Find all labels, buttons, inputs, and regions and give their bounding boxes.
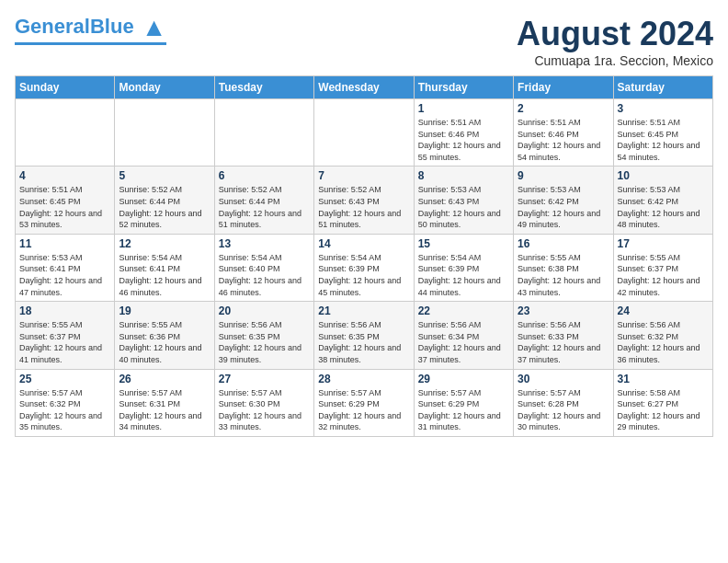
day-number: 2: [518, 102, 609, 115]
calendar-cell-w5-d5: 29Sunrise: 5:57 AMSunset: 6:29 PMDayligh…: [414, 369, 513, 436]
logo-text: GeneralBlue ▲: [15, 15, 166, 40]
calendar-cell-w5-d6: 30Sunrise: 5:57 AMSunset: 6:28 PMDayligh…: [514, 369, 613, 436]
calendar-cell-w1-d5: 1Sunrise: 5:51 AMSunset: 6:46 PMDaylight…: [414, 99, 513, 167]
day-number: 12: [119, 237, 210, 250]
month-title: August 2024: [517, 15, 713, 53]
day-number: 14: [318, 237, 409, 250]
day-detail: Sunrise: 5:52 AMSunset: 6:44 PMDaylight:…: [219, 184, 310, 230]
day-number: 11: [19, 237, 110, 250]
day-number: 28: [318, 373, 409, 385]
day-number: 23: [518, 304, 609, 317]
day-detail: Sunrise: 5:57 AMSunset: 6:29 PMDaylight:…: [318, 387, 409, 433]
day-number: 24: [618, 304, 709, 317]
calendar-cell-w1-d3: [214, 99, 313, 167]
calendar-cell-w1-d1: [16, 99, 115, 167]
calendar-cell-w3-d2: 12Sunrise: 5:54 AMSunset: 6:41 PMDayligh…: [115, 234, 214, 301]
calendar-cell-w3-d1: 11Sunrise: 5:53 AMSunset: 6:41 PMDayligh…: [16, 234, 115, 301]
calendar-cell-w4-d7: 24Sunrise: 5:56 AMSunset: 6:32 PMDayligh…: [613, 302, 712, 369]
day-number: 27: [219, 373, 310, 385]
day-detail: Sunrise: 5:57 AMSunset: 6:30 PMDaylight:…: [219, 387, 310, 433]
day-number: 16: [518, 237, 609, 250]
title-section: August 2024 Cumuapa 1ra. Seccion, Mexico: [517, 15, 713, 68]
day-number: 3: [618, 102, 709, 115]
day-number: 18: [19, 304, 110, 317]
day-detail: Sunrise: 5:56 AMSunset: 6:35 PMDaylight:…: [318, 319, 409, 365]
day-detail: Sunrise: 5:57 AMSunset: 6:28 PMDaylight:…: [518, 387, 609, 433]
day-detail: Sunrise: 5:56 AMSunset: 6:33 PMDaylight:…: [518, 319, 609, 365]
day-number: 8: [418, 169, 509, 182]
day-number: 1: [418, 102, 509, 115]
day-detail: Sunrise: 5:54 AMSunset: 6:40 PMDaylight:…: [219, 252, 310, 298]
day-detail: Sunrise: 5:56 AMSunset: 6:34 PMDaylight:…: [418, 319, 509, 365]
day-number: 30: [518, 373, 609, 385]
col-tuesday: Tuesday: [214, 76, 313, 99]
col-thursday: Thursday: [414, 76, 513, 99]
calendar-cell-w2-d2: 5Sunrise: 5:52 AMSunset: 6:44 PMDaylight…: [115, 167, 214, 234]
logo: GeneralBlue ▲: [15, 15, 166, 45]
calendar-cell-w3-d3: 13Sunrise: 5:54 AMSunset: 6:40 PMDayligh…: [214, 234, 313, 301]
day-detail: Sunrise: 5:56 AMSunset: 6:32 PMDaylight:…: [618, 319, 709, 365]
day-number: 20: [219, 304, 310, 317]
col-wednesday: Wednesday: [314, 76, 414, 99]
location-subtitle: Cumuapa 1ra. Seccion, Mexico: [517, 53, 713, 68]
calendar-week-4: 18Sunrise: 5:55 AMSunset: 6:37 PMDayligh…: [16, 302, 713, 369]
calendar-week-2: 4Sunrise: 5:51 AMSunset: 6:45 PMDaylight…: [16, 167, 713, 234]
calendar-cell-w1-d2: [115, 99, 214, 167]
calendar-week-3: 11Sunrise: 5:53 AMSunset: 6:41 PMDayligh…: [16, 234, 713, 301]
day-number: 10: [618, 169, 709, 182]
calendar-cell-w5-d2: 26Sunrise: 5:57 AMSunset: 6:31 PMDayligh…: [115, 369, 214, 436]
calendar-cell-w3-d6: 16Sunrise: 5:55 AMSunset: 6:38 PMDayligh…: [514, 234, 613, 301]
col-sunday: Sunday: [16, 76, 115, 99]
page-header: GeneralBlue ▲ August 2024 Cumuapa 1ra. S…: [15, 15, 713, 68]
calendar-cell-w4-d6: 23Sunrise: 5:56 AMSunset: 6:33 PMDayligh…: [514, 302, 613, 369]
day-detail: Sunrise: 5:52 AMSunset: 6:43 PMDaylight:…: [318, 184, 409, 230]
day-number: 13: [219, 237, 310, 250]
day-detail: Sunrise: 5:57 AMSunset: 6:29 PMDaylight:…: [418, 387, 509, 433]
day-detail: Sunrise: 5:55 AMSunset: 6:37 PMDaylight:…: [618, 252, 709, 298]
calendar-cell-w5-d3: 27Sunrise: 5:57 AMSunset: 6:30 PMDayligh…: [214, 369, 313, 436]
day-number: 21: [318, 304, 409, 317]
calendar-cell-w2-d6: 9Sunrise: 5:53 AMSunset: 6:42 PMDaylight…: [514, 167, 613, 234]
day-number: 17: [618, 237, 709, 250]
day-number: 7: [318, 169, 409, 182]
day-detail: Sunrise: 5:57 AMSunset: 6:31 PMDaylight:…: [119, 387, 210, 433]
day-detail: Sunrise: 5:58 AMSunset: 6:27 PMDaylight:…: [618, 387, 709, 433]
logo-icon: ▲: [142, 13, 167, 41]
day-detail: Sunrise: 5:53 AMSunset: 6:41 PMDaylight:…: [19, 252, 110, 298]
calendar-week-5: 25Sunrise: 5:57 AMSunset: 6:32 PMDayligh…: [16, 369, 713, 436]
day-number: 15: [418, 237, 509, 250]
day-number: 26: [119, 373, 210, 385]
day-detail: Sunrise: 5:54 AMSunset: 6:39 PMDaylight:…: [318, 252, 409, 298]
day-detail: Sunrise: 5:56 AMSunset: 6:35 PMDaylight:…: [219, 319, 310, 365]
day-number: 9: [518, 169, 609, 182]
day-number: 25: [19, 373, 110, 385]
day-number: 22: [418, 304, 509, 317]
day-detail: Sunrise: 5:53 AMSunset: 6:42 PMDaylight:…: [518, 184, 609, 230]
calendar-cell-w4-d3: 20Sunrise: 5:56 AMSunset: 6:35 PMDayligh…: [214, 302, 313, 369]
calendar-cell-w3-d7: 17Sunrise: 5:55 AMSunset: 6:37 PMDayligh…: [613, 234, 712, 301]
day-detail: Sunrise: 5:51 AMSunset: 6:45 PMDaylight:…: [19, 184, 110, 230]
day-number: 5: [119, 169, 210, 182]
calendar-header-row: Sunday Monday Tuesday Wednesday Thursday…: [16, 76, 713, 99]
day-detail: Sunrise: 5:55 AMSunset: 6:38 PMDaylight:…: [518, 252, 609, 298]
day-detail: Sunrise: 5:57 AMSunset: 6:32 PMDaylight:…: [19, 387, 110, 433]
calendar-cell-w2-d4: 7Sunrise: 5:52 AMSunset: 6:43 PMDaylight…: [314, 167, 414, 234]
logo-underline: [15, 42, 166, 45]
logo-general: General: [15, 15, 90, 38]
calendar-cell-w5-d7: 31Sunrise: 5:58 AMSunset: 6:27 PMDayligh…: [613, 369, 712, 436]
calendar-cell-w4-d4: 21Sunrise: 5:56 AMSunset: 6:35 PMDayligh…: [314, 302, 414, 369]
calendar-cell-w5-d1: 25Sunrise: 5:57 AMSunset: 6:32 PMDayligh…: [16, 369, 115, 436]
calendar-cell-w2-d7: 10Sunrise: 5:53 AMSunset: 6:42 PMDayligh…: [613, 167, 712, 234]
day-detail: Sunrise: 5:55 AMSunset: 6:37 PMDaylight:…: [19, 319, 110, 365]
day-detail: Sunrise: 5:54 AMSunset: 6:39 PMDaylight:…: [418, 252, 509, 298]
day-number: 19: [119, 304, 210, 317]
col-saturday: Saturday: [613, 76, 712, 99]
day-detail: Sunrise: 5:52 AMSunset: 6:44 PMDaylight:…: [119, 184, 210, 230]
day-detail: Sunrise: 5:51 AMSunset: 6:45 PMDaylight:…: [618, 117, 709, 163]
day-number: 6: [219, 169, 310, 182]
calendar-cell-w4-d2: 19Sunrise: 5:55 AMSunset: 6:36 PMDayligh…: [115, 302, 214, 369]
col-friday: Friday: [514, 76, 613, 99]
day-detail: Sunrise: 5:51 AMSunset: 6:46 PMDaylight:…: [518, 117, 609, 163]
day-detail: Sunrise: 5:51 AMSunset: 6:46 PMDaylight:…: [418, 117, 509, 163]
day-detail: Sunrise: 5:53 AMSunset: 6:43 PMDaylight:…: [418, 184, 509, 230]
